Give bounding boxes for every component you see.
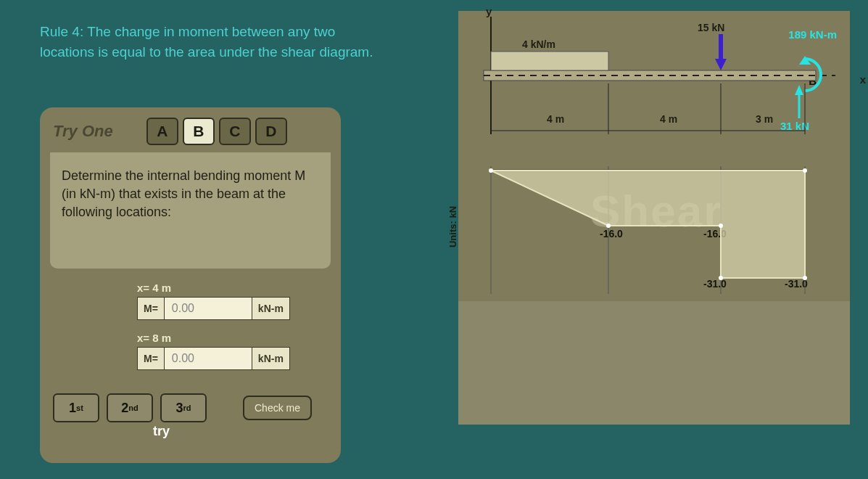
rule-text: Rule 4: The change in moment between any… (40, 22, 373, 62)
attempt-3-button[interactable]: 3rd (160, 393, 207, 422)
svg-marker-8 (795, 85, 803, 95)
tab-a[interactable]: A (146, 118, 178, 145)
svg-marker-19 (491, 171, 805, 278)
m-prefix-1: M= (137, 297, 165, 320)
moment-input-1[interactable] (165, 297, 252, 320)
beam-diagram-svg (458, 11, 850, 425)
x-label-2: x= 8 m (137, 332, 321, 344)
input-section: x= 4 m M= kN-m x= 8 m M= kN-m (53, 273, 328, 385)
problem-tabs: A B C D (146, 118, 287, 145)
tab-b[interactable]: B (183, 118, 215, 145)
diagram-panel: y x B Units: kN 4 kN/m 15 kN 189 kN-m 31… (458, 11, 850, 425)
svg-point-24 (803, 276, 807, 280)
attempt-1-button[interactable]: 1st (53, 393, 99, 422)
svg-point-23 (719, 276, 723, 280)
svg-point-20 (489, 168, 493, 173)
moment-input-2[interactable] (165, 347, 252, 370)
try-one-panel: Try One A B C D Determine the internal b… (40, 107, 341, 463)
tab-c[interactable]: C (219, 118, 251, 145)
svg-rect-26 (458, 301, 850, 425)
attempt-2-button[interactable]: 2nd (107, 393, 153, 422)
svg-point-21 (606, 224, 611, 228)
check-me-button[interactable]: Check me (243, 396, 312, 420)
svg-marker-5 (715, 59, 727, 70)
tab-d[interactable]: D (255, 118, 287, 145)
try-word: try (153, 424, 328, 439)
x-label-1: x= 4 m (137, 282, 321, 294)
svg-point-25 (803, 168, 807, 173)
svg-point-22 (719, 224, 723, 228)
m-unit-1: kN-m (252, 297, 290, 320)
input-row-1: x= 4 m M= kN-m (137, 282, 321, 320)
svg-rect-3 (491, 52, 608, 70)
units-label: Units: kN (447, 206, 458, 247)
x-axis-label: x (860, 73, 866, 86)
question-text: Determine the internal bending moment M … (50, 152, 331, 269)
input-row-2: x= 8 m M= kN-m (137, 332, 321, 370)
try-one-title: Try One (53, 122, 113, 141)
m-prefix-2: M= (137, 347, 165, 370)
m-unit-2: kN-m (252, 347, 290, 370)
